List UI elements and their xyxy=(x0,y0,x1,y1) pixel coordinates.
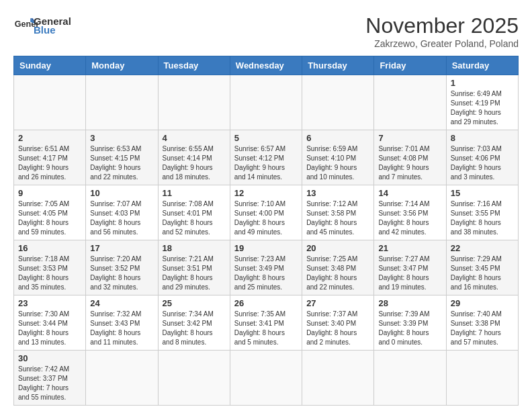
calendar-day-cell: 25Sunrise: 7:34 AMSunset: 3:42 PMDayligh… xyxy=(158,295,230,351)
calendar-day-cell: 19Sunrise: 7:23 AMSunset: 3:49 PMDayligh… xyxy=(230,240,302,295)
day-number: 1 xyxy=(451,78,514,88)
day-info: Sunrise: 7:08 AMSunset: 4:01 PMDaylight:… xyxy=(163,199,226,237)
day-number: 23 xyxy=(18,298,81,308)
calendar-day-cell: 10Sunrise: 7:07 AMSunset: 4:03 PMDayligh… xyxy=(86,185,158,240)
day-info: Sunrise: 6:57 AMSunset: 4:12 PMDaylight:… xyxy=(234,144,298,182)
day-number: 22 xyxy=(451,243,514,253)
calendar-day-cell xyxy=(86,75,158,130)
day-number: 7 xyxy=(378,133,441,143)
day-number: 9 xyxy=(18,188,81,198)
calendar-day-cell: 14Sunrise: 7:14 AMSunset: 3:56 PMDayligh… xyxy=(374,185,446,240)
day-info: Sunrise: 7:25 AMSunset: 3:48 PMDaylight:… xyxy=(306,255,369,292)
day-info: Sunrise: 7:40 AMSunset: 3:38 PMDaylight:… xyxy=(451,310,514,347)
day-number: 4 xyxy=(163,133,226,143)
day-info: Sunrise: 7:16 AMSunset: 3:55 PMDaylight:… xyxy=(451,199,514,237)
calendar-day-cell: 7Sunrise: 7:01 AMSunset: 4:08 PMDaylight… xyxy=(374,130,446,185)
logo: General General Blue xyxy=(13,13,71,38)
calendar-day-cell xyxy=(230,351,302,406)
day-info: Sunrise: 7:10 AMSunset: 4:00 PMDaylight:… xyxy=(234,199,298,237)
logo-blue-text: Blue xyxy=(34,24,71,36)
calendar-day-cell xyxy=(14,75,86,130)
day-info: Sunrise: 7:14 AMSunset: 3:56 PMDaylight:… xyxy=(378,199,441,237)
day-number: 14 xyxy=(378,188,441,198)
calendar-day-cell: 26Sunrise: 7:35 AMSunset: 3:41 PMDayligh… xyxy=(230,295,302,351)
calendar-day-cell: 17Sunrise: 7:20 AMSunset: 3:52 PMDayligh… xyxy=(86,240,158,295)
calendar-day-cell: 5Sunrise: 6:57 AMSunset: 4:12 PMDaylight… xyxy=(230,130,302,185)
calendar-day-cell: 8Sunrise: 7:03 AMSunset: 4:06 PMDaylight… xyxy=(446,130,518,185)
calendar-day-cell: 4Sunrise: 6:55 AMSunset: 4:14 PMDaylight… xyxy=(158,130,230,185)
calendar-day-cell xyxy=(158,75,230,130)
day-number: 16 xyxy=(18,243,81,253)
day-info: Sunrise: 7:05 AMSunset: 4:05 PMDaylight:… xyxy=(18,199,81,237)
day-number: 11 xyxy=(163,188,226,198)
calendar-day-cell: 9Sunrise: 7:05 AMSunset: 4:05 PMDaylight… xyxy=(14,185,86,240)
calendar-day-header: Sunday xyxy=(14,56,86,75)
location-subtitle: Zakrzewo, Greater Poland, Poland xyxy=(365,38,519,49)
calendar-day-cell: 21Sunrise: 7:27 AMSunset: 3:47 PMDayligh… xyxy=(374,240,446,295)
calendar-day-cell: 30Sunrise: 7:42 AMSunset: 3:37 PMDayligh… xyxy=(14,351,86,406)
calendar-week-row: 1Sunrise: 6:49 AMSunset: 4:19 PMDaylight… xyxy=(14,75,519,130)
calendar-day-cell: 27Sunrise: 7:37 AMSunset: 3:40 PMDayligh… xyxy=(302,295,374,351)
day-number: 2 xyxy=(18,133,81,143)
day-number: 3 xyxy=(90,133,153,143)
day-info: Sunrise: 7:42 AMSunset: 3:37 PMDaylight:… xyxy=(18,365,81,402)
day-number: 10 xyxy=(90,188,153,198)
day-number: 26 xyxy=(234,298,298,308)
calendar-week-row: 30Sunrise: 7:42 AMSunset: 3:37 PMDayligh… xyxy=(14,351,519,406)
calendar-day-cell: 6Sunrise: 6:59 AMSunset: 4:10 PMDaylight… xyxy=(302,130,374,185)
day-info: Sunrise: 7:29 AMSunset: 3:45 PMDaylight:… xyxy=(451,255,514,292)
day-number: 5 xyxy=(234,133,298,143)
day-number: 8 xyxy=(451,133,514,143)
day-info: Sunrise: 7:34 AMSunset: 3:42 PMDaylight:… xyxy=(163,310,226,347)
calendar-day-cell: 2Sunrise: 6:51 AMSunset: 4:17 PMDaylight… xyxy=(14,130,86,185)
calendar-day-cell xyxy=(446,351,518,406)
day-number: 21 xyxy=(378,243,441,253)
day-number: 18 xyxy=(163,243,226,253)
day-info: Sunrise: 7:12 AMSunset: 3:58 PMDaylight:… xyxy=(306,199,369,237)
day-info: Sunrise: 7:21 AMSunset: 3:51 PMDaylight:… xyxy=(163,255,226,292)
day-number: 24 xyxy=(90,298,153,308)
calendar-week-row: 2Sunrise: 6:51 AMSunset: 4:17 PMDaylight… xyxy=(14,130,519,185)
calendar-day-cell: 23Sunrise: 7:30 AMSunset: 3:44 PMDayligh… xyxy=(14,295,86,351)
calendar-day-cell: 20Sunrise: 7:25 AMSunset: 3:48 PMDayligh… xyxy=(302,240,374,295)
day-number: 25 xyxy=(163,298,226,308)
calendar-day-cell xyxy=(230,75,302,130)
day-info: Sunrise: 6:51 AMSunset: 4:17 PMDaylight:… xyxy=(18,144,81,182)
calendar-day-cell xyxy=(302,75,374,130)
day-number: 6 xyxy=(306,133,369,143)
calendar-day-cell: 22Sunrise: 7:29 AMSunset: 3:45 PMDayligh… xyxy=(446,240,518,295)
page-header: General General Blue November 2025 Zakrz… xyxy=(13,13,519,49)
day-number: 20 xyxy=(306,243,369,253)
day-info: Sunrise: 7:39 AMSunset: 3:39 PMDaylight:… xyxy=(378,310,441,347)
day-info: Sunrise: 7:37 AMSunset: 3:40 PMDaylight:… xyxy=(306,310,369,347)
calendar-day-cell: 3Sunrise: 6:53 AMSunset: 4:15 PMDaylight… xyxy=(86,130,158,185)
day-number: 27 xyxy=(306,298,369,308)
day-info: Sunrise: 6:49 AMSunset: 4:19 PMDaylight:… xyxy=(451,89,514,127)
calendar-day-header: Saturday xyxy=(446,56,518,75)
calendar-day-header: Wednesday xyxy=(230,56,302,75)
month-title: November 2025 xyxy=(365,13,519,38)
calendar-day-cell: 28Sunrise: 7:39 AMSunset: 3:39 PMDayligh… xyxy=(374,295,446,351)
day-info: Sunrise: 7:23 AMSunset: 3:49 PMDaylight:… xyxy=(234,255,298,292)
day-info: Sunrise: 7:18 AMSunset: 3:53 PMDaylight:… xyxy=(18,255,81,292)
day-info: Sunrise: 7:03 AMSunset: 4:06 PMDaylight:… xyxy=(451,144,514,182)
day-number: 17 xyxy=(90,243,153,253)
day-number: 28 xyxy=(378,298,441,308)
calendar-day-cell xyxy=(302,351,374,406)
day-number: 15 xyxy=(451,188,514,198)
day-info: Sunrise: 7:20 AMSunset: 3:52 PMDaylight:… xyxy=(90,255,153,292)
calendar-day-cell xyxy=(374,75,446,130)
calendar-day-cell xyxy=(86,351,158,406)
calendar-day-header: Monday xyxy=(86,56,158,75)
day-info: Sunrise: 7:27 AMSunset: 3:47 PMDaylight:… xyxy=(378,255,441,292)
calendar-week-row: 16Sunrise: 7:18 AMSunset: 3:53 PMDayligh… xyxy=(14,240,519,295)
day-number: 12 xyxy=(234,188,298,198)
calendar-header-row: SundayMondayTuesdayWednesdayThursdayFrid… xyxy=(14,56,519,75)
calendar-day-header: Tuesday xyxy=(158,56,230,75)
day-info: Sunrise: 7:30 AMSunset: 3:44 PMDaylight:… xyxy=(18,310,81,347)
calendar-table: SundayMondayTuesdayWednesdayThursdayFrid… xyxy=(13,56,519,406)
calendar-week-row: 23Sunrise: 7:30 AMSunset: 3:44 PMDayligh… xyxy=(14,295,519,351)
calendar-day-cell xyxy=(374,351,446,406)
day-number: 13 xyxy=(306,188,369,198)
calendar-day-cell: 12Sunrise: 7:10 AMSunset: 4:00 PMDayligh… xyxy=(230,185,302,240)
